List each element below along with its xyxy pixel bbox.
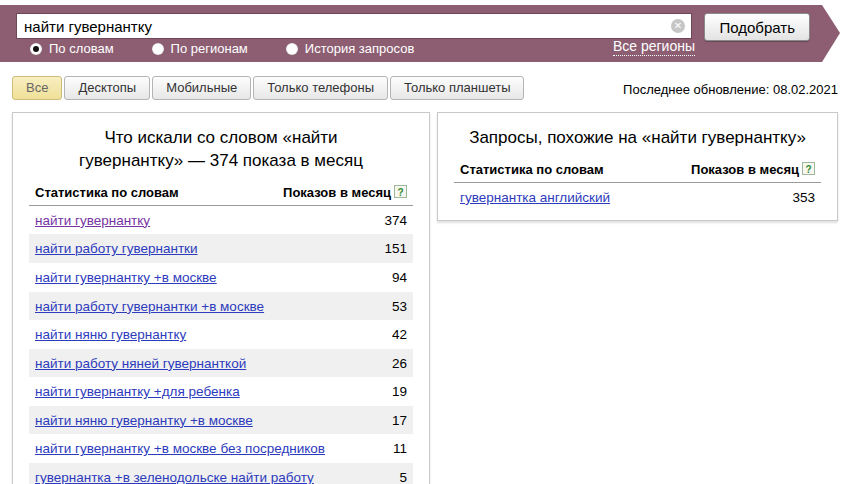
impressions-value: 42	[382, 325, 407, 345]
radio-label: По словам	[49, 41, 114, 56]
radio-option[interactable]: История запросов	[286, 41, 415, 56]
search-input-wrap: ✕	[16, 13, 692, 39]
keyword-link[interactable]: гувернантка +в зеленодольске найти работ…	[35, 468, 314, 484]
search-input[interactable]	[17, 14, 691, 38]
submit-button[interactable]: Подобрать	[704, 13, 810, 41]
column-header-impressions-label: Показов в месяц	[691, 162, 799, 177]
device-tab[interactable]: Мобильные	[152, 76, 251, 100]
table-row: найти гувернантку +в москве94	[29, 263, 413, 292]
table-header-row: Статистика по словам Показов в месяц?	[454, 156, 821, 183]
keyword-link[interactable]: гувернантка английский	[460, 188, 610, 208]
device-tab[interactable]: Только телефоны	[253, 76, 388, 100]
clear-icon[interactable]: ✕	[671, 19, 685, 33]
radio-icon[interactable]	[30, 43, 42, 55]
help-icon[interactable]: ?	[394, 185, 407, 198]
similar-queries-panel: Запросы, похожие на «найти гувернантку» …	[437, 112, 838, 221]
table-header-row: Статистика по словам Показов в месяц?	[29, 179, 413, 206]
radio-icon[interactable]	[286, 43, 298, 55]
column-header-impressions: Показов в месяц?	[691, 162, 815, 177]
impressions-value: 5	[389, 468, 407, 484]
impressions-value: 19	[382, 382, 407, 402]
last-update-text: Последнее обновление: 08.02.2021	[623, 82, 838, 97]
impressions-value: 17	[382, 411, 407, 431]
keyword-link[interactable]: найти работу гувернантки	[35, 239, 198, 259]
keyword-link[interactable]: найти няню гувернантку	[35, 325, 186, 345]
keyword-link[interactable]: найти няню гувернантку +в москве	[35, 411, 253, 431]
column-header-impressions: Показов в месяц?	[283, 185, 407, 200]
table-row: найти работу гувернантки +в москве53	[29, 292, 413, 321]
table-row: гувернантка +в зеленодольске найти работ…	[29, 463, 413, 484]
help-icon[interactable]: ?	[802, 162, 815, 175]
column-header-words: Статистика по словам	[460, 162, 604, 177]
similar-panel-title: Запросы, похожие на «найти гувернантку»	[438, 127, 837, 150]
table-row: найти гувернантку +для ребенка19	[29, 377, 413, 406]
radio-icon[interactable]	[152, 43, 164, 55]
keyword-link[interactable]: найти работу гувернантки +в москве	[35, 297, 264, 317]
keywords-panel-title: Что искали со словом «найти гувернантку»…	[56, 127, 386, 173]
impressions-value: 11	[383, 439, 407, 459]
table-row: найти гувернантку374	[29, 206, 413, 235]
device-tab[interactable]: Все	[12, 76, 62, 100]
impressions-value: 353	[782, 188, 815, 208]
impressions-value: 374	[374, 211, 407, 231]
radio-option[interactable]: По словам	[30, 41, 114, 56]
radio-label: По регионам	[171, 41, 248, 56]
keyword-link[interactable]: найти гувернантку	[35, 211, 150, 231]
search-header-bar: ✕ Подобрать По словамПо регионамИстория …	[0, 5, 822, 62]
column-header-words: Статистика по словам	[35, 185, 179, 200]
mode-radio-group: По словамПо регионамИстория запросов	[30, 41, 452, 56]
impressions-value: 94	[382, 268, 407, 288]
keywords-panel: Что искали со словом «найти гувернантку»…	[12, 112, 430, 484]
table-row: гувернантка английский353	[454, 183, 821, 212]
table-row: найти работу няней гувернанткой26	[29, 349, 413, 378]
table-row: найти работу гувернантки151	[29, 234, 413, 263]
column-header-impressions-label: Показов в месяц	[283, 185, 391, 200]
radio-label: История запросов	[305, 41, 415, 56]
impressions-value: 26	[382, 354, 407, 374]
table-row: найти няню гувернантку +в москве17	[29, 406, 413, 435]
device-tab[interactable]: Десктопы	[64, 76, 150, 100]
device-tabs: ВсеДесктопыМобильныеТолько телефоныТольк…	[12, 76, 526, 100]
keyword-link[interactable]: найти гувернантку +для ребенка	[35, 382, 240, 402]
similar-table-body: гувернантка английский353	[454, 183, 821, 212]
keyword-link[interactable]: найти гувернантку +в москве	[35, 268, 217, 288]
radio-option[interactable]: По регионам	[152, 41, 248, 56]
table-row: найти гувернантку +в москве без посредни…	[29, 434, 413, 463]
keyword-link[interactable]: найти гувернантку +в москве без посредни…	[35, 439, 325, 459]
keywords-table-body: найти гувернантку374найти работу гуверна…	[29, 206, 413, 484]
impressions-value: 53	[382, 297, 407, 317]
table-row: найти няню гувернантку42	[29, 320, 413, 349]
impressions-value: 151	[374, 239, 407, 259]
device-tab[interactable]: Только планшеты	[390, 76, 524, 100]
keyword-link[interactable]: найти работу няней гувернанткой	[35, 354, 246, 374]
all-regions-link[interactable]: Все регионы	[613, 38, 695, 56]
